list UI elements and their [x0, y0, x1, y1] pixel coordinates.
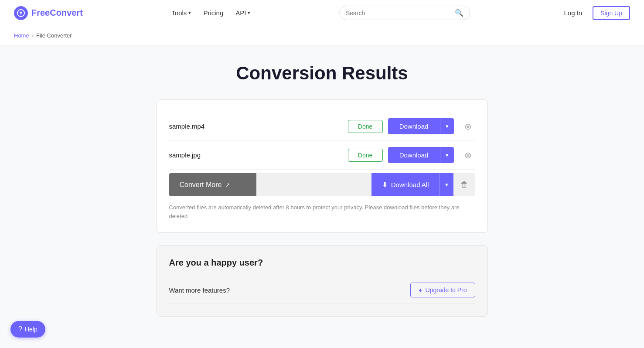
upgrade-button[interactable]: ♦ Upgrade to Pro — [410, 283, 475, 297]
download-icon: ⬇ — [382, 181, 388, 189]
download-chevron-2[interactable]: ▾ — [440, 147, 454, 163]
happy-title: Are you a happy user? — [169, 258, 475, 268]
file-name-1: sample.mp4 — [169, 123, 343, 130]
page-title: Conversion Results — [9, 63, 635, 84]
pricing-nav-item[interactable]: Pricing — [203, 9, 223, 17]
logo-text: FreeConvert — [31, 8, 83, 18]
happy-card: Are you a happy user? Want more features… — [157, 245, 488, 317]
privacy-note: Converted files are automatically delete… — [169, 203, 475, 220]
help-button[interactable]: ? Help — [10, 321, 45, 338]
close-button-2[interactable]: ⊗ — [461, 148, 475, 162]
logo[interactable]: FreeConvert — [14, 6, 83, 20]
done-button-1: Done — [348, 120, 383, 133]
actions-spacer — [256, 173, 371, 196]
download-group-1: Download ▾ — [388, 118, 454, 134]
diamond-icon: ♦ — [419, 287, 422, 293]
file-row: sample.mp4 Done Download ▾ ⊗ — [169, 112, 475, 141]
breadcrumb-separator: › — [32, 32, 34, 39]
login-button[interactable]: Log In — [559, 7, 587, 19]
search-input[interactable] — [346, 10, 451, 17]
download-all-chevron[interactable]: ▾ — [440, 173, 453, 196]
convert-more-button[interactable]: Convert More ↗ — [169, 173, 256, 196]
download-button-2[interactable]: Download — [388, 147, 440, 163]
happy-inner: Are you a happy user? Want more features… — [157, 246, 487, 316]
api-nav-item[interactable]: API ▾ — [235, 9, 250, 17]
logo-icon — [14, 6, 28, 20]
search-area: 🔍 — [339, 6, 470, 20]
file-row: sample.jpg Done Download ▾ ⊗ — [169, 141, 475, 170]
done-button-2: Done — [348, 149, 383, 162]
close-button-1[interactable]: ⊗ — [461, 119, 475, 133]
external-link-icon: ↗ — [225, 181, 230, 188]
feature-label: Want more features? — [169, 287, 230, 294]
feature-row: Want more features? ♦ Upgrade to Pro — [169, 276, 475, 304]
help-circle-icon: ? — [18, 325, 22, 333]
auth-area: Log In Sign Up — [559, 6, 630, 20]
download-all-button[interactable]: ⬇ Download All — [371, 173, 440, 196]
tools-nav-item[interactable]: Tools ▾ — [171, 9, 191, 17]
breadcrumb-current: File Converter — [36, 32, 72, 39]
file-name-2: sample.jpg — [169, 151, 343, 159]
main-nav: Tools ▾ Pricing API ▾ — [171, 9, 250, 17]
page-wrapper: Conversion Results sample.mp4 Done Downl… — [0, 45, 644, 348]
breadcrumb-home[interactable]: Home — [14, 32, 29, 39]
breadcrumb: Home › File Converter — [0, 26, 644, 45]
signup-button[interactable]: Sign Up — [593, 6, 630, 20]
download-group-2: Download ▾ — [388, 147, 454, 163]
download-button-1[interactable]: Download — [388, 118, 440, 134]
header: FreeConvert Tools ▾ Pricing API ▾ 🔍 Log … — [0, 0, 644, 26]
download-all-group: ⬇ Download All ▾ — [371, 173, 453, 196]
results-card: sample.mp4 Done Download ▾ ⊗ sample.jpg … — [157, 99, 488, 233]
download-chevron-1[interactable]: ▾ — [440, 118, 454, 134]
api-chevron-icon: ▾ — [248, 10, 250, 16]
actions-row: Convert More ↗ ⬇ Download All ▾ 🗑 — [169, 173, 475, 196]
delete-button[interactable]: 🗑 — [453, 173, 475, 196]
search-icon: 🔍 — [455, 9, 463, 17]
tools-chevron-icon: ▾ — [188, 10, 191, 16]
main-content: Conversion Results sample.mp4 Done Downl… — [0, 45, 644, 334]
trash-icon: 🗑 — [460, 180, 468, 189]
